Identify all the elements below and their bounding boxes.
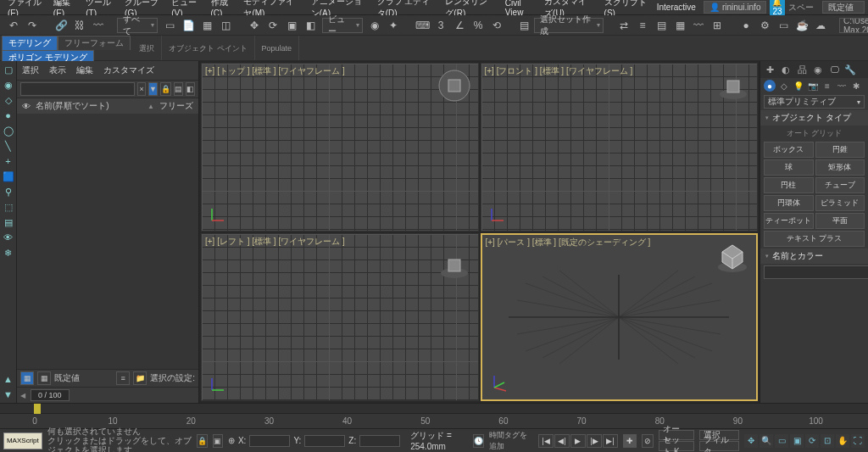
ref-coord-dropdown[interactable]: ビュー xyxy=(322,18,363,33)
display-mini-button[interactable]: ◧ xyxy=(186,82,195,96)
scene-sort-label[interactable]: 名前(昇順でソート) xyxy=(36,100,109,112)
scene-tree[interactable] xyxy=(17,114,198,369)
coord-z-input[interactable] xyxy=(359,435,400,447)
mirror-button[interactable]: ⇄ xyxy=(615,17,632,34)
nav-zoomext-button[interactable]: ⊡ xyxy=(821,434,834,448)
prim-box[interactable]: ボックス xyxy=(764,142,814,158)
time-tag-button[interactable]: 🕓 xyxy=(473,434,484,448)
folder-button[interactable]: 📁 xyxy=(133,371,147,385)
prim-pyramid[interactable]: ピラミッド xyxy=(815,195,865,211)
unlink-button[interactable]: ⛓ xyxy=(71,17,88,34)
render-button[interactable]: ☕ xyxy=(793,17,810,34)
bind-spacewarp-button[interactable]: 〰 xyxy=(90,17,107,34)
primitive-category-dropdown[interactable]: 標準プリミティブ▾ xyxy=(764,95,865,109)
nav-zoomall-button[interactable]: ▣ xyxy=(790,434,804,448)
selset-mini-button[interactable]: ▤ xyxy=(174,82,183,96)
prim-textplus[interactable]: テキスト プラス xyxy=(764,231,865,247)
ribbon-tab-freeform[interactable]: フリーフォーム xyxy=(58,36,131,50)
cmd-tab-modify[interactable]: ◐ xyxy=(778,63,793,76)
layout-2-button[interactable]: ▦ xyxy=(37,371,51,385)
strip-bone-icon[interactable]: ⚲ xyxy=(2,185,15,198)
strip-toggle-icon[interactable]: ▢ xyxy=(2,63,15,76)
cmd-sub-shapes[interactable]: ◇ xyxy=(778,80,790,92)
select-by-name-button[interactable]: 📄 xyxy=(180,17,197,34)
scene-tab-display[interactable]: 表示 xyxy=(47,63,68,78)
workspace-dropdown[interactable]: 既定値 xyxy=(822,1,865,14)
rollout-name-color[interactable]: 名前とカラー xyxy=(760,248,868,264)
cmd-tab-display[interactable]: 🖵 xyxy=(826,63,842,76)
scale-button[interactable]: ▣ xyxy=(283,17,300,34)
key-mode-button[interactable]: ⊘ xyxy=(642,434,654,448)
snap-toggle-button[interactable]: 3 xyxy=(432,17,449,34)
goto-start-button[interactable]: |◀ xyxy=(538,434,554,448)
isolate-button[interactable]: ▣ xyxy=(213,434,223,448)
window-crossing-button[interactable]: ◫ xyxy=(217,17,234,34)
prev-frame-arrow[interactable]: ◀ xyxy=(20,392,25,399)
strip-hide-icon[interactable]: 👁 xyxy=(2,231,15,244)
nav-pan-button[interactable]: ✥ xyxy=(744,434,758,448)
nav-zoom-button[interactable]: 🔍 xyxy=(760,434,773,448)
nav-maximize-button[interactable]: ⛶ xyxy=(851,434,865,448)
nav-fov-button[interactable]: ▭ xyxy=(775,434,788,448)
prim-cylinder[interactable]: 円柱 xyxy=(764,177,814,193)
strip-shapes-icon[interactable]: ◇ xyxy=(2,93,15,107)
set-key-large-button[interactable]: ✚ xyxy=(623,434,637,448)
scene-tab-customize[interactable]: カスタマイズ xyxy=(102,63,156,78)
percent-snap-button[interactable]: % xyxy=(470,17,487,34)
scene-tab-edit[interactable]: 編集 xyxy=(75,63,95,78)
timeline[interactable]: 0 10 20 30 40 50 60 70 80 90 100 xyxy=(0,403,868,428)
prim-tube[interactable]: チューブ xyxy=(815,177,865,193)
file-path-field[interactable]: C:\Users\rini...\3ds Max 202 xyxy=(839,18,868,33)
user-signin[interactable]: 👤 rininui.info xyxy=(704,1,767,14)
maxscript-listener[interactable]: MAXScript xyxy=(3,432,42,449)
rollout-object-type[interactable]: オブジェクト タイプ xyxy=(760,110,868,126)
cmd-tab-create[interactable]: ✚ xyxy=(762,63,777,76)
cmd-sub-helpers[interactable]: ≡ xyxy=(821,80,833,92)
ribbon-tab-modeling[interactable]: モデリング xyxy=(2,36,58,50)
coord-y-input[interactable] xyxy=(304,435,345,447)
prim-geosphere[interactable]: 矩形体 xyxy=(815,159,865,176)
layer-explorer-button[interactable]: ▤ xyxy=(653,17,670,34)
strip-geometry-icon[interactable]: ◉ xyxy=(2,78,15,92)
undo-button[interactable]: ↶ xyxy=(5,17,22,34)
ribbon-sec-objectpaint[interactable]: オブジェクト ペイント xyxy=(169,43,248,54)
nav-orbit-button[interactable]: ⟳ xyxy=(805,434,819,448)
angle-snap-button[interactable]: ∠ xyxy=(451,17,468,34)
vp-label-top[interactable]: [+] [トップ ] [標準 ] [ワイヤフレーム ] xyxy=(205,65,345,77)
ribbon-sec-selection[interactable]: 選択 xyxy=(139,43,154,54)
manipulate-button[interactable]: ✦ xyxy=(385,17,402,34)
scene-search-input[interactable] xyxy=(20,82,135,96)
setkey-button[interactable]: セット K xyxy=(659,441,694,451)
autogrid-checkbox[interactable]: オート グリッド xyxy=(764,127,865,140)
render-a360-button[interactable]: ☁ xyxy=(812,17,829,34)
filter-button[interactable]: ▼ xyxy=(148,82,158,96)
prim-teapot[interactable]: ティーポット xyxy=(764,213,814,229)
key-filter-dropdown[interactable]: フィルタ... xyxy=(699,441,739,451)
vp-label-left[interactable]: [+] [レフト ] [標準 ] [ワイヤフレーム ] xyxy=(205,236,345,248)
layers-button[interactable]: ≡ xyxy=(116,371,130,385)
viewport-top[interactable]: [+] [トップ ] [標準 ] [ワイヤフレーム ] xyxy=(201,63,479,232)
cmd-tab-motion[interactable]: ◉ xyxy=(810,63,826,76)
strip-line-icon[interactable]: ╲ xyxy=(2,139,15,153)
pivot-center-button[interactable]: ◉ xyxy=(366,17,383,34)
toggle-ribbon-button[interactable]: ▦ xyxy=(671,17,688,34)
frame-indicator[interactable]: 0 / 100 xyxy=(31,389,70,401)
clear-search-button[interactable]: × xyxy=(137,82,146,96)
link-button[interactable]: 🔗 xyxy=(53,17,70,34)
prim-plane[interactable]: 平面 xyxy=(815,213,865,229)
cmd-tab-utilities[interactable]: 🔧 xyxy=(843,63,858,76)
prim-sphere[interactable]: 球 xyxy=(764,159,814,176)
next-frame-button[interactable]: |▶ xyxy=(587,434,602,448)
cmd-sub-lights[interactable]: 💡 xyxy=(793,80,804,92)
lock-icon[interactable]: 🔒 xyxy=(160,82,171,96)
strip-layer-icon[interactable]: ▤ xyxy=(2,215,15,229)
layout-1-button[interactable]: ▦ xyxy=(20,371,34,385)
add-time-tag-label[interactable]: 時間タグを追加 xyxy=(489,430,528,452)
vp-label-persp[interactable]: [+] [パース ] [標準 ] [既定のシェーディング ] xyxy=(486,237,651,248)
viewport-front[interactable]: [+] [フロント ] [標準 ] [ワイヤフレーム ] xyxy=(481,63,759,232)
select-object-button[interactable]: ▭ xyxy=(161,17,178,34)
strip-cameras-icon[interactable]: ◯ xyxy=(2,124,15,137)
render-frame-button[interactable]: ▭ xyxy=(775,17,792,34)
play-button[interactable]: ▶ xyxy=(570,434,586,448)
select-region-button[interactable]: ▦ xyxy=(198,17,215,34)
